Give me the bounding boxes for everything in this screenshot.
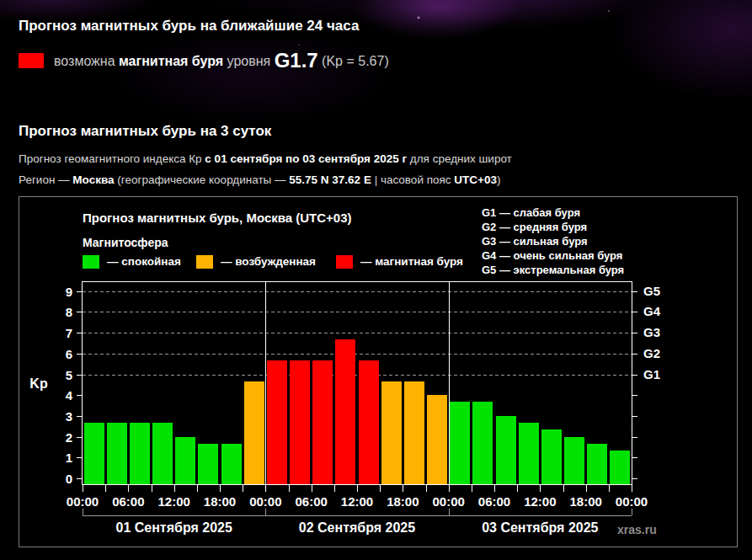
kp-value: (Kp = 5.67) (318, 54, 389, 68)
hour-label: 06:00 (291, 494, 332, 509)
x-tick (563, 484, 564, 492)
right-tick (632, 312, 637, 312)
hour-label: 00:00 (611, 494, 652, 509)
x-tick (152, 484, 152, 492)
x-tick (609, 484, 610, 492)
kp-bar (84, 423, 104, 484)
gscale-line-g4: G4 — очень сильная буря (482, 248, 624, 263)
kp-bar (610, 451, 630, 484)
y-tick (77, 354, 83, 355)
subtitle-period: Прогноз геомагнитного индекса Кр с 01 се… (19, 152, 512, 165)
x-tick (243, 484, 243, 492)
gridline (83, 375, 632, 376)
y-tick-label: 1 (51, 451, 72, 465)
y-tick (77, 478, 83, 479)
day-separator (449, 282, 450, 484)
kp-bar (290, 360, 310, 484)
x-tick (426, 484, 427, 492)
right-tick (632, 333, 637, 333)
kp-bar (472, 402, 493, 484)
kp-bar (244, 381, 264, 484)
gscale-line-g1: G1 — слабая буря (482, 205, 624, 220)
x-tick (494, 484, 495, 492)
forecast-panel: Прогноз магнитных бурь, Москва (UTC+03) … (19, 196, 738, 547)
g-level-label: G5 (643, 284, 660, 298)
chart-title: Прогноз магнитных бурь, Москва (UTC+03) (83, 211, 352, 225)
kp-bar (587, 444, 607, 484)
bracket-tick (632, 509, 632, 515)
x-tick (105, 484, 106, 492)
kp-bar (519, 423, 539, 484)
alert-prefix: возможна (54, 54, 119, 68)
hour-label: 18:00 (382, 494, 423, 509)
y-tick (77, 437, 83, 438)
hour-label: 00:00 (62, 494, 103, 509)
legend-label: — спокойная (107, 255, 181, 268)
hour-label: 12:00 (520, 494, 560, 509)
kp-bar (404, 381, 424, 484)
x-tick (174, 484, 175, 492)
kp-bar (221, 444, 242, 484)
kp-bar (198, 444, 218, 484)
hour-label: 06:00 (108, 494, 148, 509)
y-tick (77, 291, 83, 292)
x-tick (357, 484, 358, 492)
y-tick (77, 457, 83, 458)
y-tick-label: 6 (51, 347, 72, 361)
legend-item-quiet: — спокойная (83, 254, 181, 269)
storm-alert-swatch (19, 53, 44, 68)
gridline (83, 312, 632, 312)
y-tick (77, 375, 83, 376)
x-tick (449, 484, 450, 492)
storm-swatch (336, 255, 353, 269)
kp-bar (130, 423, 150, 484)
right-tick (632, 478, 637, 479)
y-tick (77, 416, 83, 417)
x-tick (220, 484, 221, 492)
kp-bar (541, 429, 562, 484)
watermark: xras.ru (617, 523, 657, 536)
legend-item-excited: — возбужденная (196, 254, 316, 269)
day-axis-line (83, 515, 632, 516)
x-tick (197, 484, 198, 492)
legend-item-storm: — магнитная буря (336, 254, 463, 269)
x-tick (586, 484, 587, 492)
gridline (83, 291, 632, 292)
kp-bar (496, 416, 516, 484)
kp-bar (427, 395, 447, 484)
kp-bar (152, 423, 173, 484)
x-tick (312, 484, 312, 492)
x-tick (380, 484, 381, 492)
storm-alert-text: возможна магнитная буря уровня G1.7 (Kp … (54, 49, 389, 73)
bracket-tick (83, 509, 83, 515)
kp-bar (107, 423, 127, 484)
x-tick (472, 484, 472, 492)
kp-bar (335, 339, 355, 484)
x-tick (265, 484, 266, 492)
bracket-tick (265, 509, 266, 515)
gscale-legend: G1 — слабая буря G2 — средняя буря G3 — … (482, 205, 624, 277)
kp-bar (564, 437, 584, 484)
right-tick (632, 354, 637, 355)
day-label: 03 Сентября 2025 (449, 520, 632, 536)
legend-label: — возбужденная (221, 255, 316, 268)
right-tick (632, 416, 637, 417)
alert-storm-label: магнитная буря (119, 54, 223, 68)
hour-label: 00:00 (245, 494, 285, 509)
x-tick (128, 484, 129, 492)
kp-bar (450, 402, 470, 484)
kp-bar (175, 437, 195, 484)
x-tick (334, 484, 335, 492)
hour-label: 12:00 (154, 494, 195, 509)
kp-bar (381, 381, 402, 484)
y-tick-label: 5 (51, 368, 72, 382)
gscale-line-g5: G5 — экстремальная буря (482, 263, 624, 277)
right-tick (632, 291, 637, 292)
day-label: 01 Сентября 2025 (83, 520, 265, 536)
right-tick (632, 375, 637, 376)
hour-label: 12:00 (337, 494, 377, 509)
excited-swatch (196, 255, 213, 269)
alert-level-word: уровня (223, 54, 275, 68)
day-separator (265, 282, 266, 484)
gscale-line-g2: G2 — средняя буря (482, 220, 624, 234)
